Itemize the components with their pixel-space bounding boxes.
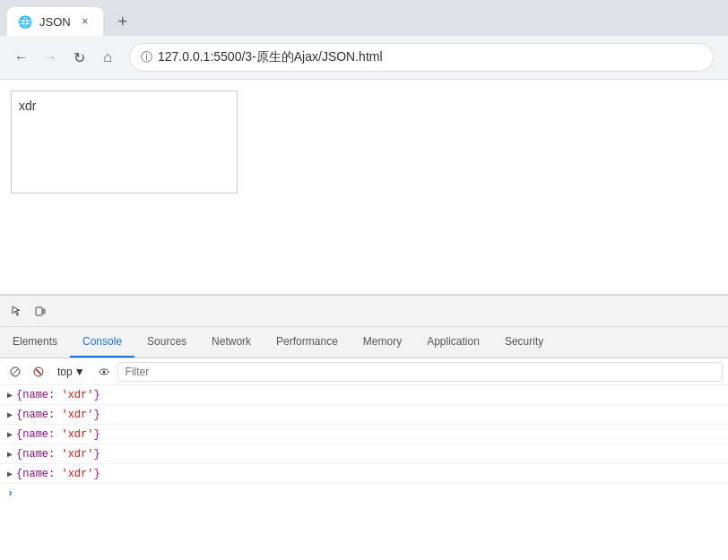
- expand-arrow-icon: ▶: [7, 449, 13, 460]
- tab-sources[interactable]: Sources: [134, 326, 199, 358]
- tab-memory[interactable]: Memory: [351, 326, 414, 358]
- nav-bar: ← → ↻ ⌂ ⓘ 127.0.0.1:5500/3-原生的Ajax/JSON.…: [0, 36, 728, 79]
- context-label: top: [57, 366, 73, 378]
- prompt-icon: ›: [7, 487, 13, 500]
- address-bar[interactable]: ⓘ 127.0.0.1:5500/3-原生的Ajax/JSON.html: [129, 43, 714, 72]
- eye-icon-button[interactable]: [94, 362, 114, 382]
- svg-rect-1: [43, 309, 45, 314]
- console-row[interactable]: ▶ {name: 'xdr'}: [0, 405, 728, 425]
- filter-input[interactable]: [117, 362, 723, 382]
- xdr-label: xdr: [19, 99, 36, 113]
- chevron-down-icon: ▼: [74, 366, 85, 378]
- inspect-element-button[interactable]: [5, 299, 29, 323]
- svg-line-3: [13, 369, 18, 375]
- tab-security[interactable]: Security: [492, 326, 556, 358]
- svg-line-5: [36, 369, 41, 375]
- forward-button[interactable]: →: [38, 45, 63, 70]
- browser-chrome: 🌐 JSON × + ← → ↻ ⌂ ⓘ 127.0.0.1:5500/3-原生…: [0, 0, 728, 80]
- tab-elements[interactable]: Elements: [0, 326, 70, 358]
- address-text: 127.0.0.1:5500/3-原生的Ajax/JSON.html: [158, 49, 383, 65]
- new-tab-button[interactable]: +: [110, 9, 135, 34]
- no-filter-button[interactable]: [29, 362, 48, 382]
- svg-point-7: [102, 370, 105, 373]
- back-button[interactable]: ←: [9, 45, 34, 70]
- reload-button[interactable]: ↻: [66, 45, 91, 70]
- devtools-tabs: Elements Console Sources Network Perform…: [0, 327, 728, 358]
- devtools-panel: Elements Console Sources Network Perform…: [0, 295, 728, 534]
- expand-arrow-icon: ▶: [7, 409, 13, 420]
- clear-console-button[interactable]: [5, 362, 25, 382]
- console-row-text: {name: 'xdr'}: [16, 448, 100, 461]
- tab-favicon: 🌐: [18, 14, 32, 29]
- console-row-text: {name: 'xdr'}: [16, 409, 100, 421]
- context-dropdown[interactable]: top ▼: [52, 364, 91, 380]
- console-row[interactable]: ▶ {name: 'xdr'}: [0, 444, 728, 464]
- devtools-top-toolbar: [0, 296, 728, 327]
- expand-arrow-icon: ▶: [7, 469, 13, 479]
- expand-arrow-icon: ▶: [7, 429, 13, 440]
- tab-network[interactable]: Network: [199, 326, 264, 358]
- tab-performance[interactable]: Performance: [264, 326, 351, 358]
- home-button[interactable]: ⌂: [95, 45, 120, 70]
- tab-title: JSON: [39, 15, 71, 29]
- console-row[interactable]: ▶ {name: 'xdr'}: [0, 385, 728, 405]
- xdr-box: xdr: [11, 90, 238, 194]
- expand-arrow-icon: ▶: [7, 390, 13, 401]
- console-toolbar: top ▼: [0, 358, 728, 385]
- console-row-text: {name: 'xdr'}: [16, 389, 100, 401]
- tab-bar: 🌐 JSON × +: [0, 0, 728, 36]
- tab-application[interactable]: Application: [414, 326, 492, 358]
- tab-console[interactable]: Console: [70, 326, 134, 358]
- console-row-text: {name: 'xdr'}: [16, 428, 100, 441]
- console-row[interactable]: ▶ {name: 'xdr'}: [0, 464, 728, 484]
- console-row[interactable]: ▶ {name: 'xdr'}: [0, 425, 728, 444]
- tab-close-button[interactable]: ×: [78, 14, 92, 29]
- console-row-text: {name: 'xdr'}: [16, 468, 100, 480]
- active-tab[interactable]: 🌐 JSON ×: [7, 7, 103, 36]
- lock-icon: ⓘ: [141, 49, 152, 65]
- console-output: ▶ {name: 'xdr'} ▶ {name: 'xdr'} ▶ {name:…: [0, 385, 728, 534]
- device-toolbar-button[interactable]: [29, 299, 52, 323]
- page-content: xdr: [0, 80, 728, 295]
- console-prompt[interactable]: ›: [0, 484, 728, 504]
- svg-rect-0: [36, 307, 42, 315]
